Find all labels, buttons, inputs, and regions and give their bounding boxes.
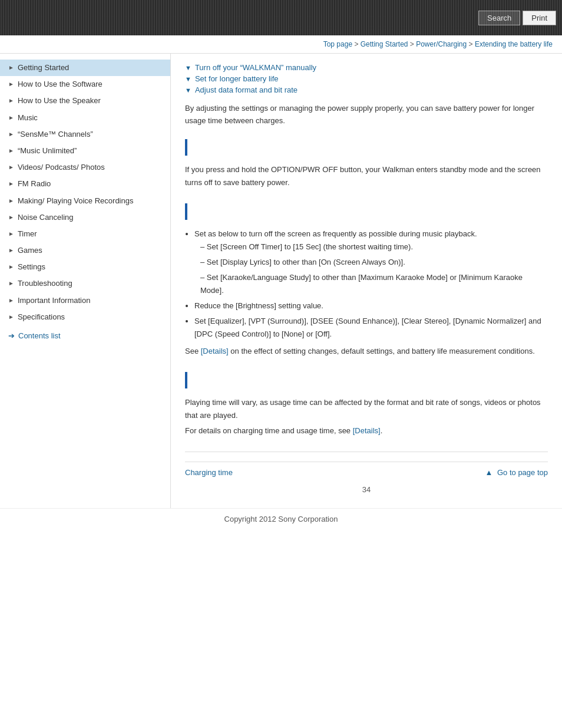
anchor-link-label: Set for longer battery life xyxy=(195,74,279,83)
anchor-link-adjust-data[interactable]: ▼ Adjust data format and bit rate xyxy=(185,85,548,94)
anchor-link-label: Adjust data format and bit rate xyxy=(195,85,297,94)
anchor-triangle-icon: ▼ xyxy=(185,87,191,94)
sidebar-item-label: Specifications xyxy=(18,312,65,322)
section-body-turn-off: If you press and hold the OPTION/PWR OFF… xyxy=(185,163,548,189)
sidebar-item-label: “SensMe™ Channels” xyxy=(18,129,93,140)
sidebar-item-fm-radio[interactable]: ► FM Radio xyxy=(0,176,170,192)
contents-list-link[interactable]: ➔ Contents list xyxy=(0,325,170,346)
arrow-icon: ► xyxy=(8,64,14,72)
bottom-nav: Charging time ▲ Go to page top xyxy=(185,462,548,480)
sidebar-item-music-unlimited[interactable]: ► “Music Unlimited” xyxy=(0,143,170,159)
intro-text: By adjusting the settings or managing th… xyxy=(185,103,548,127)
sidebar-item-label: Videos/ Podcasts/ Photos xyxy=(18,162,105,173)
go-to-top-link[interactable]: ▲ Go to page top xyxy=(485,468,548,477)
arrow-icon: ► xyxy=(8,213,14,222)
sidebar-item-settings[interactable]: ► Settings xyxy=(0,259,170,275)
details-link-2[interactable]: [Details] xyxy=(353,426,381,435)
sidebar-item-how-to-use-speaker[interactable]: ► How to Use the Speaker xyxy=(0,93,170,109)
main-layout: ► Getting Started ► How to Use the Softw… xyxy=(0,54,562,508)
arrow-icon: ► xyxy=(8,313,14,321)
section-body-set-longer: Set as below to turn off the screen as f… xyxy=(185,228,548,358)
sidebar-item-noise-canceling[interactable]: ► Noise Canceling xyxy=(0,209,170,226)
arrow-icon: ► xyxy=(8,80,14,88)
sidebar-item-sensme[interactable]: ► “SensMe™ Channels” xyxy=(0,126,170,143)
sidebar-item-label: Making/ Playing Voice Recordings xyxy=(18,196,134,206)
header: Search Print xyxy=(0,0,562,35)
arrow-icon: ► xyxy=(8,163,14,172)
sidebar-item-label: Troubleshooting xyxy=(18,278,72,289)
sidebar-item-label: How to Use the Software xyxy=(18,79,103,90)
breadcrumb-top-page[interactable]: Top page xyxy=(323,40,352,48)
sidebar-item-label: Getting Started xyxy=(18,62,69,73)
section-set-longer: Set as below to turn off the screen as f… xyxy=(185,203,548,358)
sidebar-item-label: How to Use the Speaker xyxy=(18,95,101,106)
section-see-text: See [Details] on the effect of setting c… xyxy=(185,345,548,358)
main-content: ▼ Turn off your “WALKMAN” manually ▼ Set… xyxy=(171,54,562,508)
list-item: Set as below to turn off the screen as f… xyxy=(194,228,548,297)
sidebar-item-music[interactable]: ► Music xyxy=(0,110,170,126)
list-item: Reduce the [Brightness] setting value. xyxy=(194,299,548,312)
list-item: Set [Karaoke/Language Study] to other th… xyxy=(200,271,548,297)
arrow-icon: ► xyxy=(8,97,14,105)
arrow-icon: ► xyxy=(8,114,14,122)
sidebar-item-label: Noise Canceling xyxy=(18,212,74,223)
sidebar-item-specifications[interactable]: ► Specifications xyxy=(0,309,170,325)
sidebar-item-timer[interactable]: ► Timer xyxy=(0,226,170,242)
sidebar-item-label: Important Information xyxy=(18,295,91,306)
breadcrumb-getting-started[interactable]: Getting Started xyxy=(361,40,408,48)
sidebar-item-how-to-use-software[interactable]: ► How to Use the Software xyxy=(0,76,170,93)
sidebar-item-important-information[interactable]: ► Important Information xyxy=(0,292,170,309)
anchor-link-label: Turn off your “WALKMAN” manually xyxy=(195,63,316,72)
arrow-icon: ► xyxy=(8,147,14,155)
arrow-icon: ► xyxy=(8,180,14,188)
sidebar-item-getting-started[interactable]: ► Getting Started xyxy=(0,60,170,76)
section-marker xyxy=(185,372,187,388)
section-body-adjust-data: Playing time will vary, as usage time ca… xyxy=(185,396,548,437)
section-body-text: If you press and hold the OPTION/PWR OFF… xyxy=(185,165,541,187)
section-turn-off: If you press and hold the OPTION/PWR OFF… xyxy=(185,139,548,189)
sidebar-item-label: Music xyxy=(18,113,38,123)
list-item: Set [Equalizer], [VPT (Surround)], [DSEE… xyxy=(194,315,548,341)
arrow-icon: ► xyxy=(8,279,14,288)
breadcrumb-power-charging[interactable]: Power/Charging xyxy=(416,40,467,48)
prev-page-link[interactable]: Charging time xyxy=(185,468,233,477)
breadcrumb-extending-battery[interactable]: Extending the battery life xyxy=(475,40,553,48)
section-marker xyxy=(185,203,187,220)
sidebar-item-games[interactable]: ► Games xyxy=(0,242,170,259)
list-item: Set [Display Lyrics] to other than [On (… xyxy=(200,256,548,269)
footer: Copyright 2012 Sony Corporation xyxy=(0,508,562,529)
go-to-top-icon: ▲ xyxy=(485,468,492,477)
content-divider xyxy=(185,452,548,452)
adjust-body2: For details on charging time and usage t… xyxy=(185,424,548,437)
sidebar-item-label: “Music Unlimited” xyxy=(18,146,77,156)
arrow-icon: ► xyxy=(8,197,14,205)
arrow-icon: ► xyxy=(8,230,14,238)
section-adjust-data: Playing time will vary, as usage time ca… xyxy=(185,372,548,437)
search-button[interactable]: Search xyxy=(478,11,520,25)
sidebar-item-label: Settings xyxy=(18,262,45,272)
arrow-icon: ► xyxy=(8,246,14,255)
breadcrumb: Top page > Getting Started > Power/Charg… xyxy=(0,35,562,54)
list-item: Set [Screen Off Timer] to [15 Sec] (the … xyxy=(200,241,548,253)
anchor-triangle-icon: ▼ xyxy=(185,64,191,71)
sidebar-item-voice-recordings[interactable]: ► Making/ Playing Voice Recordings xyxy=(0,193,170,209)
anchor-link-turn-off[interactable]: ▼ Turn off your “WALKMAN” manually xyxy=(185,63,548,72)
adjust-body1: Playing time will vary, as usage time ca… xyxy=(185,396,548,422)
anchor-triangle-icon: ▼ xyxy=(185,75,191,83)
copyright-text: Copyright 2012 Sony Corporation xyxy=(224,515,338,523)
sidebar: ► Getting Started ► How to Use the Softw… xyxy=(0,54,171,508)
sidebar-item-troubleshooting[interactable]: ► Troubleshooting xyxy=(0,275,170,292)
sidebar-item-label: Games xyxy=(18,245,42,256)
anchor-link-set-longer[interactable]: ▼ Set for longer battery life xyxy=(185,74,548,83)
details-link-1[interactable]: [Details] xyxy=(201,347,229,355)
anchor-links: ▼ Turn off your “WALKMAN” manually ▼ Set… xyxy=(185,63,548,94)
print-button[interactable]: Print xyxy=(523,11,556,25)
page-number: 34 xyxy=(185,480,548,499)
arrow-icon: ► xyxy=(8,297,14,305)
sidebar-item-label: Timer xyxy=(18,229,37,239)
sidebar-item-videos[interactable]: ► Videos/ Podcasts/ Photos xyxy=(0,159,170,176)
section-marker xyxy=(185,139,187,156)
sidebar-item-label: FM Radio xyxy=(18,179,51,189)
contents-list-label: Contents list xyxy=(18,331,61,340)
arrow-icon: ► xyxy=(8,263,14,271)
